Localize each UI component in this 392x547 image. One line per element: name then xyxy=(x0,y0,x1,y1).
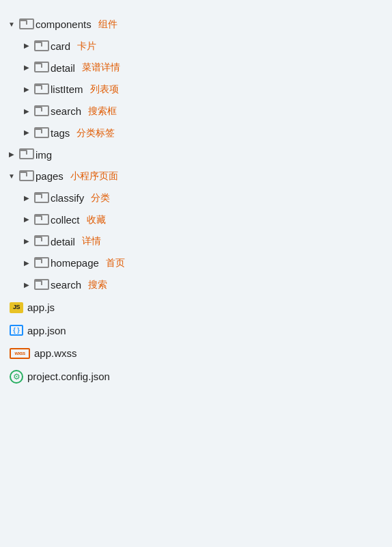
folder-pages[interactable]: pages 小程序页面 xyxy=(7,165,385,187)
annotation-collect: 收藏 xyxy=(87,211,106,229)
folder-classify[interactable]: classify 分类 xyxy=(7,187,385,209)
folder-icon-homepage xyxy=(34,258,46,268)
folder-name-search-page: search xyxy=(51,276,81,295)
folder-name-img: img xyxy=(36,146,52,165)
arrow-detail-comp[interactable] xyxy=(22,62,31,75)
arrow-img[interactable] xyxy=(7,148,16,161)
arrow-collect[interactable] xyxy=(22,213,31,226)
folder-icon-detail-comp xyxy=(34,63,46,72)
folder-icon-classify xyxy=(34,194,46,203)
arrow-classify[interactable] xyxy=(22,192,31,205)
folder-name-pages: pages xyxy=(36,167,64,186)
file-app-wxss[interactable]: wxss app.wxss xyxy=(7,342,385,365)
folder-homepage[interactable]: homepage 首页 xyxy=(7,252,385,274)
folder-icon-search-comp xyxy=(34,107,46,116)
arrow-detail-page[interactable] xyxy=(22,235,31,248)
annotation-classify: 分类 xyxy=(91,189,110,207)
folder-icon-components xyxy=(19,20,31,29)
annotation-search-comp: 搜索框 xyxy=(88,103,117,120)
arrow-search-page[interactable] xyxy=(22,279,31,292)
arrow-listitem[interactable] xyxy=(22,83,31,96)
file-app-json[interactable]: { } app.json xyxy=(7,319,385,343)
annotation-components: 组件 xyxy=(98,16,117,34)
folder-icon-pages xyxy=(19,172,31,181)
file-name-app-json: app.json xyxy=(27,321,66,341)
annotation-homepage: 首页 xyxy=(106,254,125,272)
folder-detail-comp[interactable]: detail 菜谱详情 xyxy=(7,57,385,79)
arrow-tags[interactable] xyxy=(22,126,31,139)
annotation-detail-comp: 菜谱详情 xyxy=(82,59,120,77)
folder-name-listitem: listItem xyxy=(51,80,83,99)
arrow-homepage[interactable] xyxy=(22,257,31,270)
folder-icon-detail-page xyxy=(34,237,46,246)
folder-icon-search-page xyxy=(34,280,46,290)
annotation-tags: 分类标签 xyxy=(76,124,115,142)
file-name-project-config: project.config.json xyxy=(27,367,110,386)
folder-name-components: components xyxy=(36,15,92,34)
json-icon: { } xyxy=(10,325,23,336)
folder-listitem[interactable]: listItem 列表项 xyxy=(7,79,385,101)
folder-icon-card xyxy=(34,42,46,51)
folder-detail-page[interactable]: detail 详情 xyxy=(7,231,385,253)
folder-name-classify: classify xyxy=(51,189,84,208)
wxss-icon: wxss xyxy=(10,348,30,359)
folder-icon-collect xyxy=(34,215,46,225)
folder-icon-listitem xyxy=(34,85,46,94)
folder-img[interactable]: img xyxy=(7,144,385,166)
annotation-search-page: 搜索 xyxy=(88,276,107,294)
folder-name-detail-comp: detail xyxy=(51,59,75,78)
folder-tags[interactable]: tags 分类标签 xyxy=(7,122,385,144)
config-icon xyxy=(10,370,23,384)
folder-name-detail-page: detail xyxy=(51,232,75,252)
arrow-search-comp[interactable] xyxy=(22,105,31,118)
file-project-config[interactable]: project.config.json xyxy=(7,365,385,388)
folder-icon-img xyxy=(19,150,31,159)
folder-name-card: card xyxy=(51,37,70,56)
folder-name-collect: collect xyxy=(51,211,80,230)
js-icon: JS xyxy=(10,302,23,313)
annotation-detail-page: 详情 xyxy=(82,232,101,250)
arrow-pages[interactable] xyxy=(7,170,16,183)
folder-components[interactable]: components 组件 xyxy=(7,14,385,36)
file-app-js[interactable]: JS app.js xyxy=(7,296,385,319)
annotation-pages: 小程序页面 xyxy=(70,168,118,185)
folder-search-comp[interactable]: search 搜索框 xyxy=(7,101,385,122)
folder-name-search-comp: search xyxy=(51,102,81,121)
folder-name-homepage: homepage xyxy=(51,254,99,273)
folder-search-page[interactable]: search 搜索 xyxy=(7,274,385,296)
annotation-card: 卡片 xyxy=(77,38,96,55)
arrow-card[interactable] xyxy=(22,40,31,53)
arrow-components[interactable] xyxy=(7,18,16,31)
folder-name-tags: tags xyxy=(51,124,70,143)
annotation-listitem: 列表项 xyxy=(90,81,119,98)
folder-collect[interactable]: collect 收藏 xyxy=(7,209,385,231)
folder-card[interactable]: card 卡片 xyxy=(7,36,385,57)
file-name-app-js: app.js xyxy=(27,298,55,317)
file-tree: components 组件 card 卡片 detail 菜谱详情 listIt… xyxy=(7,14,385,388)
file-name-app-wxss: app.wxss xyxy=(34,344,77,363)
folder-icon-tags xyxy=(34,129,46,138)
